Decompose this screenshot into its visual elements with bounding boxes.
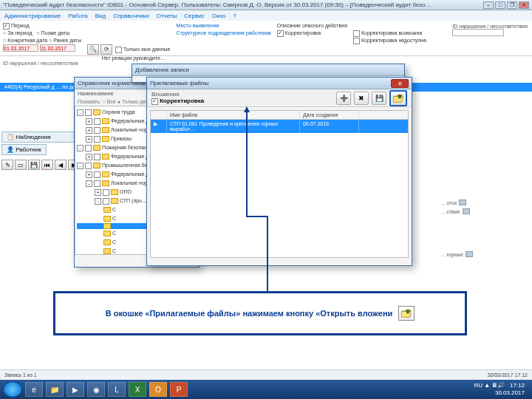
prev-icon[interactable]: ◀: [55, 160, 66, 170]
close-icon[interactable]: ✕: [391, 79, 409, 88]
attach-row-selected[interactable]: ▶ СТП 01.081 Проведение и крепление горн…: [151, 120, 408, 133]
tree-check[interactable]: [94, 180, 100, 187]
menu-work[interactable]: Работа: [68, 13, 87, 19]
violation-input[interactable]: [452, 29, 504, 36]
task-ie-icon[interactable]: e: [25, 382, 43, 397]
attach-open-button[interactable]: [389, 90, 407, 106]
filter-tools-col: 🔍 ⟳ Только мои данные Нет реакции руково…: [87, 22, 170, 54]
status-record: Запись 1 из 1: [4, 372, 37, 378]
expander-icon[interactable]: -: [77, 145, 83, 151]
expander-icon[interactable]: +: [86, 127, 92, 134]
folder-icon: [103, 248, 111, 254]
tree-orders[interactable]: Приказы: [111, 134, 132, 143]
expander-icon[interactable]: +: [86, 171, 92, 178]
tree-check[interactable]: [85, 163, 92, 169]
id-col-label: ID нарушения / несоответствия: [3, 61, 78, 66]
menu-view[interactable]: Вид: [95, 13, 106, 19]
expander-icon[interactable]: +: [86, 118, 92, 125]
task-media-icon[interactable]: ▶: [66, 382, 84, 397]
tab-obs-label: Наблюдения: [16, 134, 50, 140]
start-button[interactable]: [3, 381, 22, 398]
tiny-icon[interactable]: [459, 200, 466, 205]
task-powerpoint-icon[interactable]: P: [170, 382, 188, 397]
attach-col-file[interactable]: Имя файла: [167, 111, 300, 119]
filter-panel: Период ○ За период ○ Позже даты ○ Конкре…: [0, 21, 532, 56]
folder-icon: [103, 216, 111, 222]
close-button[interactable]: ×: [519, 1, 529, 9]
corr-checkbox[interactable]: [277, 30, 284, 37]
refresh-icon[interactable]: ⟳: [100, 44, 112, 55]
form-icon[interactable]: ▭: [15, 160, 27, 170]
search-icon[interactable]: 🔍: [87, 44, 99, 55]
tree-ohrana[interactable]: Охрана труда: [102, 108, 135, 117]
folder-icon: [102, 127, 109, 133]
menu-reports[interactable]: Отчеты: [157, 13, 177, 19]
date-from-input[interactable]: [3, 44, 38, 52]
folder-open-icon: [400, 308, 412, 318]
task-explorer-icon[interactable]: 📁: [46, 382, 64, 397]
date-to-input[interactable]: [40, 44, 75, 52]
struct-link[interactable]: Структурное подразделение работника: [176, 30, 270, 37]
tree-opo[interactable]: ОПО: [120, 188, 132, 197]
system-tray[interactable]: RU ▲ 🖥🔊 17:12 30.03.2017: [474, 382, 529, 397]
corr-unavail-checkbox[interactable]: [353, 38, 360, 44]
folder-icon: [103, 223, 111, 229]
expander-icon[interactable]: -: [77, 163, 83, 169]
attach-corr-checkbox[interactable]: [151, 98, 158, 105]
tree-check[interactable]: [94, 171, 100, 178]
tree-check[interactable]: [94, 136, 100, 143]
tree-check[interactable]: [94, 154, 100, 160]
corr-label: Корректировка: [285, 30, 321, 35]
tree-check[interactable]: [94, 127, 100, 134]
attach-col-date[interactable]: Дата создания: [300, 111, 359, 119]
menu-window[interactable]: Окно: [212, 13, 226, 19]
folder-icon: [111, 189, 118, 195]
statusbar: Запись 1 из 1 30/03/2017 17:12: [0, 369, 532, 380]
expander-icon[interactable]: -: [95, 198, 101, 205]
menu-help[interactable]: ?: [233, 13, 236, 19]
attach-header: Имя файла Дата создания: [151, 111, 408, 120]
tree-check[interactable]: [85, 145, 92, 151]
filter-place-col: Место выявления Структурное подразделени…: [176, 22, 270, 54]
save-icon[interactable]: 💾: [28, 160, 40, 170]
status-timestamp: 30/03/2017 17:12: [488, 372, 528, 378]
only-mine-label: Только мои данные: [123, 47, 170, 52]
period-checkbox[interactable]: [3, 23, 10, 30]
tree-stp[interactable]: СТП (про…: [120, 197, 147, 205]
tiny-icon[interactable]: [466, 251, 473, 257]
expander-icon[interactable]: +: [86, 136, 92, 143]
menu-admin[interactable]: Администрирование: [4, 13, 61, 19]
menu-refs[interactable]: Справочники: [113, 13, 149, 19]
minimize-button[interactable]: –: [483, 1, 494, 9]
expander-icon[interactable]: -: [86, 180, 92, 187]
window-buttons: – □ ❐ ×: [483, 1, 529, 9]
only-mine-checkbox[interactable]: [115, 47, 122, 53]
task-outlook-icon[interactable]: O: [149, 382, 167, 397]
ref-all-label[interactable]: Все: [107, 99, 116, 104]
tree-check[interactable]: [103, 189, 109, 196]
tab-worker[interactable]: 👤 Работник: [1, 144, 47, 155]
edit-icon[interactable]: ✎: [1, 160, 13, 170]
tree-check[interactable]: [94, 118, 100, 125]
tree-check[interactable]: [103, 198, 109, 205]
attachments-title[interactable]: Прилагаемые файлы ✕: [147, 78, 412, 89]
attach-save-icon[interactable]: 💾: [372, 92, 386, 105]
first-icon[interactable]: ⏮: [41, 160, 53, 170]
expander-icon[interactable]: -: [77, 109, 83, 116]
expander-icon[interactable]: +: [95, 189, 101, 196]
task-app-icon[interactable]: L: [108, 382, 126, 397]
corr-possible-checkbox[interactable]: [353, 30, 360, 37]
expander-icon[interactable]: +: [86, 154, 92, 160]
tree-check[interactable]: [85, 109, 92, 116]
add-record-title[interactable]: Добавление записи: [132, 64, 404, 76]
task-chrome-icon[interactable]: ◉: [87, 382, 105, 397]
task-excel-icon[interactable]: X: [129, 382, 146, 397]
tiny-icon[interactable]: [463, 208, 470, 214]
tray-lang[interactable]: RU: [474, 382, 482, 389]
place-link[interactable]: Место выявления: [176, 22, 270, 30]
restore-button[interactable]: ❐: [507, 1, 517, 9]
menu-service[interactable]: Сервис: [184, 13, 204, 19]
attach-add-icon[interactable]: ➕: [336, 92, 351, 105]
attach-delete-icon[interactable]: ✖: [354, 92, 369, 105]
maximize-button[interactable]: □: [495, 1, 505, 9]
